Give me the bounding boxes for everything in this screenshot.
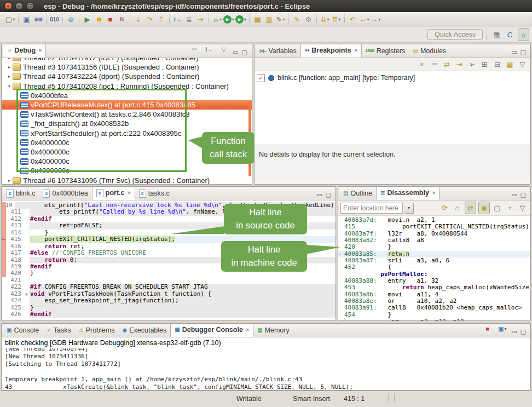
stack-frame[interactable]: _frxt_dispatch() at 0x4008532b [2,119,252,128]
tab-variables[interactable]: (x)=Variables [256,44,300,58]
step-return-icon[interactable]: ⇡ [156,14,166,25]
expand-arrow-icon[interactable]: ▸ [6,58,13,60]
tab-0x4000bfea[interactable]: c0x4000bfea [39,187,91,200]
disasm-line[interactable]: 453 return heap_caps_malloc(xWantedSize [338,284,530,291]
tab-executables[interactable]: ◉Executables [118,324,170,337]
debug-configurations-icon[interactable]: ☼▾ [212,14,222,25]
tab-console[interactable]: ▣Console [3,324,43,337]
remove-selected-breakpoints-icon[interactable]: × [417,59,427,70]
tab-debugger-console[interactable]: ▣Debugger Console× [170,323,253,337]
refresh-icon[interactable]: ⟳ [440,202,450,214]
expand-arrow-icon[interactable]: ▸ [6,65,13,70]
instruction-stepping-icon[interactable]: i→ [172,14,183,25]
open-perspective-icon[interactable]: ▦ [491,29,502,41]
disasm-line[interactable]: 40083a91: call8 0x40081b20 <heap_caps_ma… [338,305,530,311]
step-filters-icon[interactable]: ⇥ [195,14,206,25]
open-new-view-icon[interactable]: ▢ [492,202,502,214]
remove-all-terminated-icon[interactable]: ×× [189,44,199,55]
tab-outline[interactable]: ▤Outline [339,187,376,200]
sync-with-stack-frame-icon[interactable]: ⇄ [465,202,476,214]
thread-row[interactable]: ▸Thread #3 1073413156 (IDLE) (Suspended … [2,62,252,72]
thread-row[interactable]: ▸Thread #2 1073411912 (IDLE) (Suspended … [2,58,252,62]
skip-all-breakpoints-icon[interactable]: ⊘ [66,14,76,25]
expand-arrow-icon[interactable]: ▸ [6,178,13,183]
last-edit-location-icon[interactable]: ⇊▾ [320,14,330,25]
source-editor[interactable]: 410 ets_printf("Last non-recursive lock … [2,200,336,320]
window-minimize-icon[interactable]: – [15,2,23,10]
open-type-icon[interactable]: ▤ [252,14,263,25]
stack-frame[interactable]: 0x4000000c [2,166,252,175]
tab-debug[interactable]: ☼Debug× [3,44,46,58]
window-maximize-icon[interactable]: ▢ [26,2,34,10]
remove-all-breakpoints-icon[interactable]: ×× [429,59,440,70]
debug-perspective-icon[interactable]: ☼ [518,28,529,41]
minimize-icon[interactable]: ▭ [511,49,517,55]
view-menu-icon[interactable]: ▽ [218,44,229,55]
window-close-icon[interactable]: × [4,2,12,10]
thread-row[interactable]: ▸Thread #4 1073432224 (dport) (Suspended… [2,72,252,81]
view-menu-icon[interactable]: ▽ [517,202,528,214]
maximize-icon[interactable]: ▢ [521,329,526,335]
code-line[interactable]: 424 esp_set_breakpoint_if_jtag(function)… [2,297,336,304]
expand-arrow-icon[interactable]: ▸ [6,74,13,79]
stack-frame[interactable]: 0x4000bfea [2,91,252,100]
run-icon[interactable]: ▶▾ [223,14,234,25]
tab-port-c[interactable]: cport.c× [92,186,135,200]
tab-disassembly[interactable]: ≣Disassembly× [376,186,440,200]
location-dropdown-icon[interactable]: ▾ [404,203,414,214]
back-to-last-edit-icon[interactable]: ↶ [348,14,358,25]
code-line[interactable]: 426#endif [2,311,336,318]
maximize-icon[interactable]: ▢ [242,49,247,55]
tab-modules[interactable]: ▤Modules [409,44,450,58]
go-to-file-for-breakpoint-icon[interactable]: ⇥ [454,59,465,70]
maximize-icon[interactable]: ▢ [521,49,526,55]
minimize-icon[interactable]: ▭ [233,49,238,55]
breakpoint-item[interactable]: ✓ blink.c [function: app_main] [type: Te… [257,73,528,83]
stack-frame[interactable]: vPortCPUReleaseMutex() at port.c:415 0x4… [2,100,252,110]
location-input[interactable]: Enter location here [340,203,403,214]
search-icon[interactable]: ✎▾ [275,14,286,25]
minimize-icon[interactable]: ▭ [511,329,517,335]
stack-frame[interactable]: xPortStartScheduler() at port.c:222 0x40… [2,129,252,138]
open-resource-icon[interactable]: ▥ [264,14,274,25]
debug-launch-tree[interactable]: ▸Thread #2 1073411912 (IDLE) (Suspended … [2,58,252,184]
tab-registers[interactable]: 1010Registers [362,44,409,58]
minimize-icon[interactable]: ▭ [316,192,322,198]
suspend-icon[interactable]: ▮▮ [94,14,104,25]
binary-file-viewer-icon[interactable]: 010 [49,14,60,25]
close-tab-icon[interactable]: × [39,48,42,53]
tab-tasks[interactable]: ✓Tasks [43,324,74,337]
code-line[interactable]: 419#endif [2,263,336,270]
stack-frame[interactable]: 0x4000000c [2,157,252,166]
tab-problems[interactable]: ⚠Problems [75,324,119,337]
link-with-debug-view-icon[interactable]: ⇄ [442,59,452,70]
skip-all-breakpoints-view-icon[interactable]: ➢ [467,59,477,70]
instruction-stepping-mode-icon[interactable]: i→ [204,44,214,55]
console-output[interactable]: [New Thread 1073408744][New Thread 10734… [2,348,530,390]
toggle-mark-occurrences-icon[interactable]: ✎ [292,14,302,25]
close-tab-icon[interactable]: × [246,327,249,333]
view-menu-icon[interactable]: ▽ [517,59,528,70]
close-tab-icon[interactable]: × [128,190,131,196]
step-into-icon[interactable]: ⇣ [133,14,143,25]
resume-icon[interactable]: ▶ [82,14,92,25]
terminate-icon[interactable]: ■ [105,14,115,25]
maximize-icon[interactable]: ▢ [326,192,331,198]
group-by-icon[interactable]: ▤ [505,59,515,70]
fold-icon[interactable]: ⊖ [24,291,30,297]
cpp-perspective-icon[interactable]: C [505,29,515,41]
close-tab-icon[interactable]: × [432,190,435,196]
forward-icon[interactable]: →▾ [371,14,381,25]
external-tools-icon[interactable]: ▶▾ [235,14,246,25]
breakpoint-checkbox[interactable]: ✓ [257,74,265,82]
tab-memory[interactable]: ▦Memory [253,324,293,337]
disconnect-icon[interactable]: N [117,14,127,25]
maximize-icon[interactable]: ▢ [521,192,526,198]
disasm-line[interactable]: or a2, a10, a10 [338,318,530,320]
build-all-icon[interactable]: ⚙ [303,14,314,25]
save-all-icon[interactable]: ▣▣ [33,14,43,25]
code-line[interactable]: 413 ret=pdFALSE; [2,222,336,229]
disasm-line[interactable]: 415 portEXIT_CRITICAL_NESTED(irqStatus) [338,223,530,230]
disassembly-listing[interactable]: 40083a7d: movi.n a2, 1415 portEXIT_CRITI… [338,216,530,320]
pin-icon[interactable]: + [505,202,515,214]
